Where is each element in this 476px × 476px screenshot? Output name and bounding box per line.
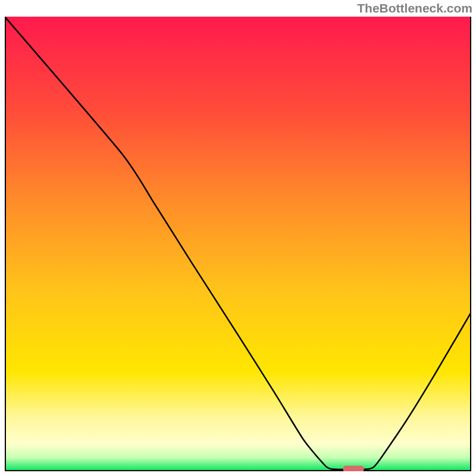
- chart-area: [5, 17, 471, 471]
- watermark-text: TheBottleneck.com: [357, 1, 472, 15]
- chart-container: TheBottleneck.com: [0, 0, 476, 476]
- bottleneck-chart: [5, 17, 471, 471]
- chart-background: [5, 17, 471, 471]
- optimal-range-marker: [343, 466, 364, 471]
